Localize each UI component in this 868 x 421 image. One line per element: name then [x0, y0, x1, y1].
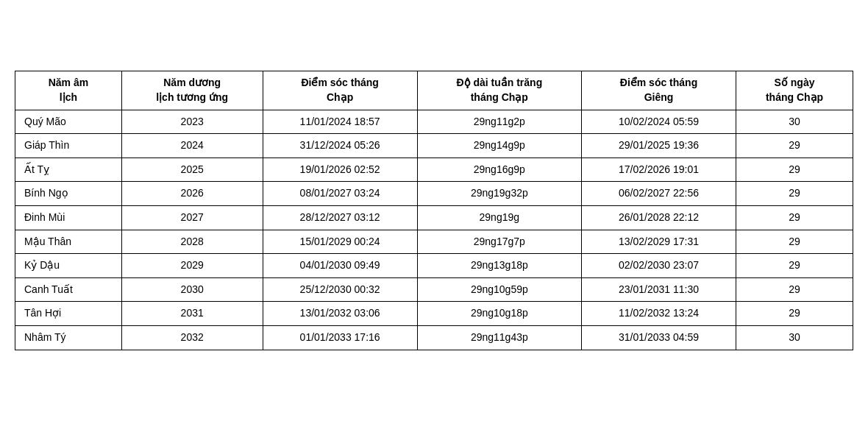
cell-r4-c0: Đinh Mùi — [15, 206, 122, 230]
cell-r5-c4: 13/02/2029 17:31 — [581, 230, 736, 254]
col-header-do-dai-tuan-trang: Độ dài tuần trăngtháng Chạp — [417, 71, 581, 110]
cell-r9-c5: 30 — [736, 325, 853, 350]
table-row: Nhâm Tý203201/01/2033 17:1629ng11g43p31/… — [15, 325, 853, 350]
cell-r5-c0: Mậu Thân — [15, 230, 122, 254]
cell-r2-c5: 29 — [736, 158, 853, 182]
col-header-nam-am-lich: Năm âmlịch — [15, 71, 122, 110]
cell-r3-c1: 2026 — [121, 182, 263, 206]
cell-r6-c4: 02/02/2030 23:07 — [581, 254, 736, 278]
cell-r7-c3: 29ng10g59p — [417, 277, 581, 302]
cell-r1-c2: 31/12/2024 05:26 — [263, 134, 417, 158]
cell-r8-c3: 29ng10g18p — [417, 302, 581, 326]
cell-r9-c1: 2032 — [121, 325, 263, 350]
cell-r5-c3: 29ng17g7p — [417, 230, 581, 254]
cell-r6-c3: 29ng13g18p — [417, 254, 581, 278]
cell-r8-c1: 2031 — [121, 302, 263, 326]
cell-r5-c5: 29 — [736, 230, 853, 254]
cell-r3-c3: 29ng19g32p — [417, 182, 581, 206]
cell-r8-c5: 29 — [736, 302, 853, 326]
col-header-nam-duong-lich: Năm dươnglịch tương ứng — [121, 71, 263, 110]
cell-r0-c1: 2023 — [121, 110, 263, 134]
cell-r8-c0: Tân Hợi — [15, 302, 122, 326]
cell-r6-c5: 29 — [736, 254, 853, 278]
cell-r3-c2: 08/01/2027 03:24 — [263, 182, 417, 206]
cell-r6-c1: 2029 — [121, 254, 263, 278]
table-row: Ất Tỵ202519/01/2026 02:5229ng16g9p17/02/… — [15, 158, 853, 182]
col-header-so-ngay-chap: Số ngàytháng Chạp — [736, 71, 853, 110]
cell-r9-c2: 01/01/2033 17:16 — [263, 325, 417, 350]
cell-r2-c3: 29ng16g9p — [417, 158, 581, 182]
lunar-calendar-table: Năm âmlịch Năm dươnglịch tương ứng Điểm … — [15, 71, 853, 350]
cell-r5-c2: 15/01/2029 00:24 — [263, 230, 417, 254]
cell-r8-c4: 11/02/2032 13:24 — [581, 302, 736, 326]
cell-r9-c4: 31/01/2033 04:59 — [581, 325, 736, 350]
cell-r4-c5: 29 — [736, 206, 853, 230]
table-row: Đinh Mùi202728/12/2027 03:1229ng19g26/01… — [15, 206, 853, 230]
cell-r0-c0: Quý Mão — [15, 110, 122, 134]
cell-r7-c1: 2030 — [121, 277, 263, 302]
cell-r3-c5: 29 — [736, 182, 853, 206]
cell-r9-c3: 29ng11g43p — [417, 325, 581, 350]
table-row: Giáp Thìn202431/12/2024 05:2629ng14g9p29… — [15, 134, 853, 158]
cell-r4-c1: 2027 — [121, 206, 263, 230]
cell-r0-c5: 30 — [736, 110, 853, 134]
table-row: Tân Hợi203113/01/2032 03:0629ng10g18p11/… — [15, 302, 853, 326]
table-row: Mậu Thân202815/01/2029 00:2429ng17g7p13/… — [15, 230, 853, 254]
cell-r8-c2: 13/01/2032 03:06 — [263, 302, 417, 326]
cell-r0-c4: 10/02/2024 05:59 — [581, 110, 736, 134]
table-row: Bính Ngọ202608/01/2027 03:2429ng19g32p06… — [15, 182, 853, 206]
cell-r4-c2: 28/12/2027 03:12 — [263, 206, 417, 230]
cell-r9-c0: Nhâm Tý — [15, 325, 122, 350]
cell-r7-c0: Canh Tuất — [15, 277, 122, 302]
cell-r4-c4: 26/01/2028 22:12 — [581, 206, 736, 230]
cell-r6-c2: 04/01/2030 09:49 — [263, 254, 417, 278]
cell-r3-c0: Bính Ngọ — [15, 182, 122, 206]
col-header-diem-soc-gieng: Điểm sóc thángGiêng — [581, 71, 736, 110]
cell-r7-c5: 29 — [736, 277, 853, 302]
cell-r6-c0: Kỷ Dậu — [15, 254, 122, 278]
cell-r3-c4: 06/02/2027 22:56 — [581, 182, 736, 206]
cell-r1-c4: 29/01/2025 19:36 — [581, 134, 736, 158]
main-container: Năm âmlịch Năm dươnglịch tương ứng Điểm … — [15, 71, 853, 350]
cell-r1-c0: Giáp Thìn — [15, 134, 122, 158]
cell-r7-c4: 23/01/2031 11:30 — [581, 277, 736, 302]
cell-r7-c2: 25/12/2030 00:32 — [263, 277, 417, 302]
header-row: Năm âmlịch Năm dươnglịch tương ứng Điểm … — [15, 71, 853, 110]
cell-r0-c2: 11/01/2024 18:57 — [263, 110, 417, 134]
cell-r1-c3: 29ng14g9p — [417, 134, 581, 158]
cell-r5-c1: 2028 — [121, 230, 263, 254]
cell-r2-c2: 19/01/2026 02:52 — [263, 158, 417, 182]
col-header-diem-soc-chap: Điểm sóc thángChạp — [263, 71, 417, 110]
cell-r0-c3: 29ng11g2p — [417, 110, 581, 134]
cell-r2-c4: 17/02/2026 19:01 — [581, 158, 736, 182]
cell-r1-c5: 29 — [736, 134, 853, 158]
cell-r2-c1: 2025 — [121, 158, 263, 182]
table-row: Canh Tuất203025/12/2030 00:3229ng10g59p2… — [15, 277, 853, 302]
cell-r2-c0: Ất Tỵ — [15, 158, 122, 182]
cell-r1-c1: 2024 — [121, 134, 263, 158]
cell-r4-c3: 29ng19g — [417, 206, 581, 230]
table-row: Kỷ Dậu202904/01/2030 09:4929ng13g18p02/0… — [15, 254, 853, 278]
table-row: Quý Mão202311/01/2024 18:5729ng11g2p10/0… — [15, 110, 853, 134]
